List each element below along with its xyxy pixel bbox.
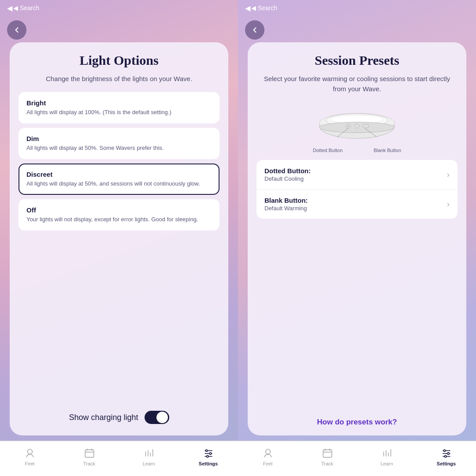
preset-list: Dotted Button: Default Cooling › Blank B…	[257, 160, 457, 219]
left-back-nav: ◀ ◀ Search	[7, 4, 39, 12]
left-card-subtitle: Change the brightness of the lights on y…	[19, 74, 219, 84]
preset-blank-chevron-icon: ›	[447, 200, 450, 209]
left-status-bar: ◀ ◀ Search	[0, 0, 238, 16]
left-back-btn-area	[0, 16, 238, 42]
preset-blank-text: Blank Button: Default Warming	[264, 197, 308, 212]
toggle-knob	[156, 412, 168, 423]
option-bright[interactable]: Bright All lights will display at 100%. …	[19, 92, 219, 123]
left-nav-feel[interactable]: Feel	[0, 448, 60, 466]
svg-point-21	[348, 126, 349, 127]
left-learn-label: Learn	[142, 461, 155, 466]
right-settings-svg-icon	[441, 448, 452, 459]
svg-rect-27	[323, 450, 332, 457]
left-main-card: Light Options Change the brightness of t…	[10, 42, 228, 435]
right-nav-feel[interactable]: Feel	[238, 448, 298, 466]
left-nav-learn[interactable]: Learn	[119, 448, 178, 466]
left-settings-icon	[203, 448, 214, 459]
svg-point-39	[447, 452, 449, 454]
preset-dotted-sub: Default Cooling	[264, 175, 311, 182]
right-phone-panel: ◀ ◀ Search Session Presets Select your f…	[238, 0, 476, 476]
right-learn-label: Learn	[380, 461, 393, 466]
option-dim-title: Dim	[26, 135, 212, 142]
left-track-icon	[84, 448, 95, 459]
svg-point-14	[206, 455, 208, 457]
diagram-labels: Dotted Button Blank Button	[313, 148, 401, 153]
right-nav-settings[interactable]: Settings	[416, 448, 476, 466]
right-learn-icon	[381, 448, 393, 459]
left-nav-track[interactable]: Track	[60, 448, 119, 466]
preset-dotted-text: Dotted Button: Default Cooling	[264, 167, 311, 182]
device-diagram: Dotted Button Blank Button	[257, 102, 457, 153]
option-discreet-title: Discreet	[26, 171, 212, 178]
charging-row: Show charging light	[19, 405, 219, 427]
right-main-card: Session Presets Select your favorite war…	[248, 42, 466, 435]
right-settings-icon	[441, 448, 452, 459]
right-card-subtitle: Select your favorite warming or cooling …	[257, 74, 457, 94]
left-back-arrow-icon	[12, 26, 21, 34]
left-nav-settings[interactable]: Settings	[178, 448, 238, 466]
left-back-button[interactable]	[7, 20, 26, 40]
right-back-btn-area	[238, 16, 476, 42]
option-off[interactable]: Off Your lights will not display, except…	[19, 199, 219, 231]
svg-point-38	[443, 450, 445, 451]
left-settings-label: Settings	[199, 461, 218, 466]
svg-point-26	[265, 449, 270, 454]
left-search-label: ◀ Search	[13, 4, 39, 11]
right-track-icon	[322, 448, 333, 459]
right-card-title: Session Presets	[257, 53, 457, 68]
option-off-desc: Your lights will not display, except for…	[26, 216, 212, 223]
preset-blank-title: Blank Button:	[264, 197, 308, 204]
right-status-bar: ◀ ◀ Search	[238, 0, 476, 16]
option-dim[interactable]: Dim All lights will display at 50%. Some…	[19, 128, 219, 159]
right-nav-track[interactable]: Track	[298, 448, 357, 466]
right-back-chevron: ◀	[245, 4, 250, 12]
right-track-svg-icon	[322, 448, 333, 459]
right-feel-icon	[262, 448, 274, 459]
blank-button-label: Blank Button	[374, 148, 401, 153]
option-bright-title: Bright	[26, 99, 212, 107]
right-feel-svg-icon	[262, 448, 274, 459]
preset-dotted-title: Dotted Button:	[264, 167, 311, 175]
right-search-label: ◀ Search	[251, 4, 277, 11]
right-bottom-nav: Feel Track	[238, 441, 476, 476]
device-illustration	[313, 102, 401, 146]
option-off-title: Off	[26, 206, 212, 214]
svg-point-40	[444, 455, 446, 457]
right-back-arrow-icon	[250, 26, 259, 34]
preset-blank-button[interactable]: Blank Button: Default Warming ›	[257, 190, 457, 219]
option-bright-desc: All lights will display at 100%. (This i…	[26, 108, 212, 116]
option-dim-desc: All lights will display at 50%. Some Wav…	[26, 144, 212, 152]
left-options-list: Bright All lights will display at 100%. …	[19, 92, 219, 405]
right-track-label: Track	[321, 461, 333, 466]
right-back-nav: ◀ ◀ Search	[245, 4, 277, 12]
left-phone-panel: ◀ ◀ Search Light Options Change the brig…	[0, 0, 238, 476]
charging-label: Show charging light	[69, 413, 138, 422]
right-nav-learn[interactable]: Learn	[357, 448, 416, 466]
svg-point-13	[209, 452, 211, 454]
dotted-button-label: Dotted Button	[313, 148, 342, 153]
left-learn-icon	[143, 448, 155, 459]
charging-toggle[interactable]	[145, 411, 169, 424]
left-track-label: Track	[83, 461, 95, 466]
left-card-title: Light Options	[19, 53, 219, 68]
option-discreet[interactable]: Discreet All lights will display at 50%,…	[19, 164, 219, 195]
right-settings-label: Settings	[437, 461, 456, 466]
learn-svg-icon	[143, 448, 155, 459]
svg-rect-23	[363, 124, 369, 128]
preset-dotted-button[interactable]: Dotted Button: Default Cooling ›	[257, 160, 457, 190]
left-bottom-nav: Feel Track	[0, 441, 238, 476]
left-back-chevron: ◀	[7, 4, 12, 12]
left-feel-icon	[24, 448, 36, 459]
preset-blank-sub: Default Warming	[264, 205, 308, 212]
preset-dotted-chevron-icon: ›	[447, 170, 450, 179]
settings-svg-icon	[203, 448, 214, 459]
svg-point-0	[27, 449, 32, 454]
right-learn-svg-icon	[381, 448, 393, 459]
svg-rect-1	[85, 450, 94, 457]
help-link[interactable]: How do presets work?	[257, 414, 457, 427]
svg-point-12	[205, 450, 207, 451]
track-svg-icon	[84, 448, 95, 459]
right-back-button[interactable]	[245, 20, 264, 40]
left-feel-label: Feel	[25, 461, 34, 466]
option-discreet-desc: All lights will display at 50%, and sess…	[26, 180, 212, 188]
